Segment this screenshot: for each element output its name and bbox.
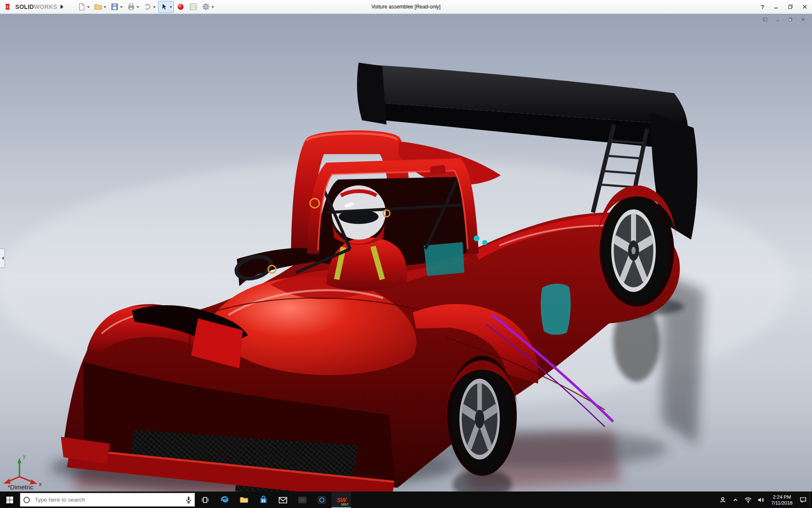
solidworks-icon: SW 2017 xyxy=(336,495,347,505)
close-button[interactable] xyxy=(798,0,812,14)
3ds-logo-icon xyxy=(4,3,14,11)
volume-button[interactable] xyxy=(754,491,767,508)
teal-marker xyxy=(482,240,487,245)
clock-time: 2:24 PM xyxy=(771,494,793,500)
open-button[interactable] xyxy=(92,1,108,13)
speaker-icon xyxy=(757,496,765,504)
brand-works: WORKS xyxy=(34,3,57,10)
quick-toolbar xyxy=(76,1,216,13)
file-explorer-icon xyxy=(239,495,249,505)
print-icon xyxy=(127,3,135,11)
help-button[interactable]: ? xyxy=(756,0,769,14)
dock-panel-button[interactable] xyxy=(760,16,770,23)
people-button[interactable] xyxy=(716,491,729,508)
dropdown-arrow-icon[interactable] xyxy=(120,6,123,9)
hidden-icons-button[interactable] xyxy=(729,491,742,508)
system-tray: 2:24 PM 7/11/2018 xyxy=(716,491,812,508)
3d-viewport[interactable]: x y *Dimetric xyxy=(0,14,812,491)
side-window xyxy=(541,284,571,335)
dropdown-arrow-icon[interactable] xyxy=(170,6,172,9)
appearances-button[interactable] xyxy=(175,1,187,13)
store-icon xyxy=(258,495,269,505)
taskbar-solidworks[interactable]: SW 2017 xyxy=(332,491,351,508)
microphone-icon[interactable] xyxy=(183,496,195,504)
close-icon xyxy=(802,4,807,9)
taskbar-search[interactable] xyxy=(20,493,195,507)
titlebar-controls: ? xyxy=(756,0,812,14)
triad-y-label: y xyxy=(23,453,26,459)
action-center-button[interactable] xyxy=(797,491,809,508)
brand-solid: SOLID xyxy=(15,3,34,10)
doc-minimize-button[interactable] xyxy=(773,16,782,23)
taskbar-mail[interactable] xyxy=(273,491,293,508)
seat-panel xyxy=(424,242,464,276)
select-button[interactable] xyxy=(158,1,174,13)
dock-panel-icon xyxy=(763,17,767,22)
report-table-icon xyxy=(189,3,198,11)
restore-icon xyxy=(788,4,793,9)
network-button[interactable] xyxy=(742,491,754,508)
print-button[interactable] xyxy=(125,1,141,13)
open-icon xyxy=(94,3,102,11)
select-cursor-icon xyxy=(160,3,168,11)
dropdown-arrow-icon[interactable] xyxy=(137,6,139,9)
dropdown-arrow-icon[interactable] xyxy=(211,6,214,9)
photos-icon xyxy=(297,495,307,505)
doc-minimize-icon xyxy=(776,17,780,22)
view-orientation-label: *Dimetric xyxy=(8,483,33,491)
taskbar-clock[interactable]: 2:24 PM 7/11/2018 xyxy=(767,491,797,508)
task-view-button[interactable] xyxy=(195,491,215,508)
undo-button[interactable] xyxy=(142,1,157,13)
rear-wheel xyxy=(598,185,676,306)
minimize-icon xyxy=(774,4,779,9)
taskbar-file-explorer[interactable] xyxy=(234,491,254,508)
options-button[interactable] xyxy=(200,1,216,13)
wifi-icon xyxy=(744,496,752,504)
save-icon xyxy=(110,3,119,11)
panel-collapse-tab[interactable] xyxy=(0,248,5,268)
clock-date: 7/11/2018 xyxy=(771,500,793,506)
people-icon xyxy=(719,496,727,504)
report-button[interactable] xyxy=(187,1,199,13)
titlebar: SOLIDWORKS xyxy=(0,0,812,14)
doc-restore-button[interactable] xyxy=(786,16,795,23)
dropdown-arrow-icon[interactable] xyxy=(87,6,90,9)
triad-x-label: x xyxy=(39,481,42,487)
show-desktop-button[interactable] xyxy=(809,491,812,508)
doc-restore-icon xyxy=(788,17,793,22)
maximize-button[interactable] xyxy=(783,0,798,14)
windows-logo-icon xyxy=(5,496,14,504)
taskbar-media-player[interactable] xyxy=(312,491,332,508)
dropdown-arrow-icon[interactable] xyxy=(153,6,156,9)
edge-icon xyxy=(219,495,230,505)
window-title: Voiture assemblee [Read-only] xyxy=(371,0,440,14)
undo-icon xyxy=(143,3,152,11)
taskbar-edge[interactable] xyxy=(215,491,234,508)
flyout-arrow-icon xyxy=(60,5,66,9)
new-document-button[interactable] xyxy=(76,1,91,13)
doc-close-icon xyxy=(801,17,805,22)
collapse-arrow-icon xyxy=(0,257,4,260)
taskbar-store[interactable] xyxy=(254,491,273,508)
race-car-model[interactable]: x y xyxy=(0,14,812,491)
minimize-button[interactable] xyxy=(769,0,783,14)
action-center-icon xyxy=(799,496,807,504)
search-input[interactable] xyxy=(33,497,183,503)
doc-close-button[interactable] xyxy=(798,16,808,23)
document-window-controls xyxy=(760,16,808,23)
taskbar: SW 2017 2:24 xyxy=(0,491,812,508)
save-button[interactable] xyxy=(109,1,124,13)
mail-icon xyxy=(278,495,288,505)
gear-icon xyxy=(202,3,210,11)
taskbar-photos[interactable] xyxy=(293,491,312,508)
task-view-icon xyxy=(200,495,210,505)
start-button[interactable] xyxy=(0,491,19,508)
cortana-icon xyxy=(20,496,33,504)
chevron-up-icon xyxy=(732,497,738,503)
media-player-icon xyxy=(317,495,327,505)
dropdown-arrow-icon[interactable] xyxy=(104,6,106,9)
menu-expand-button[interactable] xyxy=(60,2,66,11)
appearance-sphere-icon xyxy=(176,3,185,11)
new-document-icon xyxy=(77,3,86,11)
teal-marker xyxy=(474,235,480,241)
